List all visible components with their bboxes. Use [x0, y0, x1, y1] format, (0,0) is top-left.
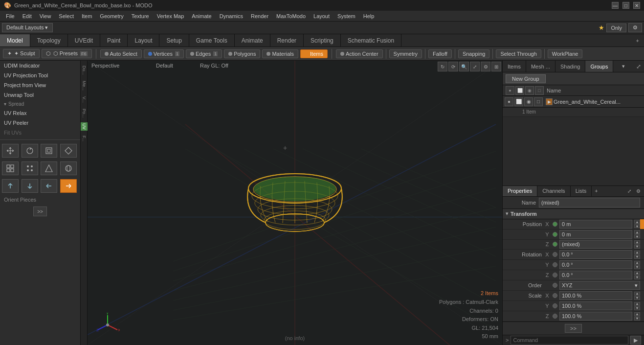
right-tab-expand[interactable]: ⤢: [633, 61, 644, 72]
rot-z-down[interactable]: ▼: [634, 276, 640, 279]
arrow-left-icon-btn[interactable]: [41, 179, 57, 193]
tool-uv-projection[interactable]: UV Projection Tool: [0, 70, 80, 80]
command-run-button[interactable]: ▶: [630, 336, 641, 345]
edges-button[interactable]: Edges 1: [186, 49, 222, 58]
side-label-uv[interactable]: UV: [81, 122, 88, 131]
action-center-button[interactable]: Action Center: [336, 49, 383, 58]
tab-topology[interactable]: Topology: [30, 34, 68, 46]
menu-layout[interactable]: Layout: [310, 12, 333, 20]
rot-y-dot[interactable]: [553, 262, 557, 267]
eye-col-icon[interactable]: ●: [506, 86, 514, 95]
vp-icon-refresh[interactable]: ⟳: [448, 62, 458, 71]
select-through-button[interactable]: Select Through: [496, 49, 541, 58]
vertices-button[interactable]: Vertices 1: [144, 49, 184, 58]
pos-z-down[interactable]: ▼: [634, 245, 640, 249]
menu-select[interactable]: Select: [55, 12, 78, 20]
expand-button[interactable]: >>: [33, 207, 47, 216]
tool-unwrap[interactable]: Unwrap Tool: [0, 90, 80, 100]
dots-icon-btn[interactable]: [22, 161, 38, 175]
pos-y-up[interactable]: ▲: [634, 230, 640, 234]
order-dot[interactable]: [553, 283, 557, 288]
pos-y-value[interactable]: 0 m: [559, 230, 632, 239]
rot-z-up[interactable]: ▲: [634, 271, 640, 275]
tab-gametools[interactable]: Game Tools: [189, 34, 235, 46]
scale-z-down[interactable]: ▼: [634, 317, 640, 321]
transform-section-header[interactable]: ▾ Transform: [503, 209, 644, 219]
workplane-button[interactable]: WorkPlane: [548, 49, 583, 58]
command-input[interactable]: [511, 336, 628, 345]
menu-vertexmap[interactable]: Vertex Map: [153, 12, 188, 20]
menu-view[interactable]: View: [36, 12, 55, 20]
scale-x-value[interactable]: 100.0 %: [559, 291, 632, 300]
pos-z-value[interactable]: (mixed): [559, 240, 632, 249]
items-button[interactable]: Items: [300, 49, 328, 58]
tab-layout[interactable]: Layout: [128, 34, 159, 46]
menu-system[interactable]: System: [333, 12, 359, 20]
side-label-v[interactable]: V...: [81, 95, 88, 104]
viewport-canvas[interactable]: +: [88, 61, 502, 345]
group-eye-icon[interactable]: ●: [505, 97, 513, 106]
props-tab-lists[interactable]: Lists: [571, 186, 592, 196]
scale-y-dot[interactable]: [553, 303, 557, 308]
group-vis3-icon[interactable]: □: [534, 97, 543, 106]
tool-project-from-view[interactable]: Project from View: [0, 80, 80, 90]
tab-uvedit[interactable]: UVEdit: [68, 34, 100, 46]
tab-paint[interactable]: Paint: [100, 34, 128, 46]
rot-x-down[interactable]: ▼: [634, 255, 640, 259]
rot-x-value[interactable]: 0.0 °: [559, 250, 632, 259]
grid-icon-btn[interactable]: [2, 161, 19, 175]
tool-spread-section[interactable]: ▾ Spread: [0, 100, 80, 108]
rot-y-up[interactable]: ▲: [634, 261, 640, 265]
pos-z-up[interactable]: ▲: [634, 240, 640, 244]
rot-x-up[interactable]: ▲: [634, 251, 640, 254]
falloff-button[interactable]: Falloff: [428, 49, 452, 58]
rot-z-value[interactable]: 0.0 °: [559, 271, 632, 279]
scale-x-up[interactable]: ▲: [634, 292, 640, 296]
tab-schematicfusion[interactable]: Schematic Fusion: [341, 34, 401, 46]
more-button[interactable]: >>: [565, 324, 582, 333]
name-input[interactable]: [539, 198, 640, 207]
snapping-button[interactable]: Snapping: [458, 49, 490, 58]
pos-x-dot[interactable]: [553, 222, 557, 227]
sphere-icon-btn[interactable]: [60, 161, 77, 175]
maximize-button[interactable]: □: [622, 2, 629, 9]
right-tab-mesh[interactable]: Mesh ...: [526, 61, 555, 72]
menu-file[interactable]: File: [2, 12, 19, 20]
scale-y-value[interactable]: 100.0 %: [559, 301, 632, 310]
tab-render[interactable]: Render: [270, 34, 304, 46]
polygons-button[interactable]: Polygons: [224, 49, 260, 58]
auto-select-button[interactable]: Auto Select: [100, 49, 142, 58]
menu-item[interactable]: Item: [78, 12, 96, 20]
tab-animate[interactable]: Animate: [235, 34, 270, 46]
tri-icon-btn[interactable]: [41, 161, 57, 175]
menu-help[interactable]: Help: [359, 12, 378, 20]
menu-dynamics[interactable]: Dynamics: [216, 12, 247, 20]
vp-icon-search[interactable]: 🔍: [459, 62, 469, 71]
props-tab-plus[interactable]: +: [592, 186, 600, 196]
scale-x-dot[interactable]: [553, 293, 557, 298]
props-tab-properties[interactable]: Properties: [503, 186, 537, 196]
group-vis2-icon[interactable]: ◉: [524, 97, 533, 106]
arrow-down-icon-btn[interactable]: [22, 179, 38, 193]
menu-render[interactable]: Render: [247, 12, 272, 20]
side-label-f[interactable]: F...: [81, 135, 88, 142]
pos-y-dot[interactable]: [553, 232, 557, 237]
materials-button[interactable]: Materials: [262, 49, 298, 58]
new-group-button[interactable]: New Group: [506, 74, 546, 83]
arrow-right-icon-btn[interactable]: [60, 179, 77, 193]
scale-z-up[interactable]: ▲: [634, 312, 640, 316]
menu-edit[interactable]: Edit: [19, 12, 36, 20]
menu-maxtomodo[interactable]: MaxToModo: [272, 12, 310, 20]
symmetry-button[interactable]: Symmetry: [389, 49, 422, 58]
tab-setup[interactable]: Setup: [159, 34, 189, 46]
right-tab-groups[interactable]: Groups: [585, 61, 613, 72]
scale-y-up[interactable]: ▲: [634, 302, 640, 306]
right-tab-dropdown[interactable]: ▾: [619, 61, 628, 72]
group-folder-icon[interactable]: ▶: [546, 98, 553, 105]
vp-icon-rotate[interactable]: ↻: [438, 62, 447, 71]
pos-y-down[interactable]: ▼: [634, 234, 640, 238]
tool-udim-indicator[interactable]: UDIM Indicator: [0, 61, 80, 70]
right-tab-items[interactable]: Items: [503, 61, 526, 72]
side-label-du[interactable]: Du...: [81, 65, 88, 76]
pos-x-down[interactable]: ▼: [634, 224, 640, 228]
